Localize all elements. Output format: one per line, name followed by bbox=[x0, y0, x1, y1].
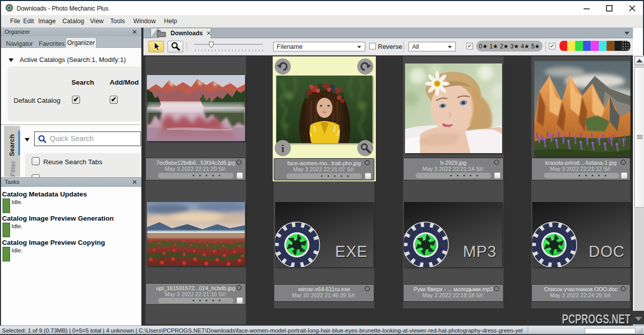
svg-text:i: i bbox=[281, 142, 284, 155]
